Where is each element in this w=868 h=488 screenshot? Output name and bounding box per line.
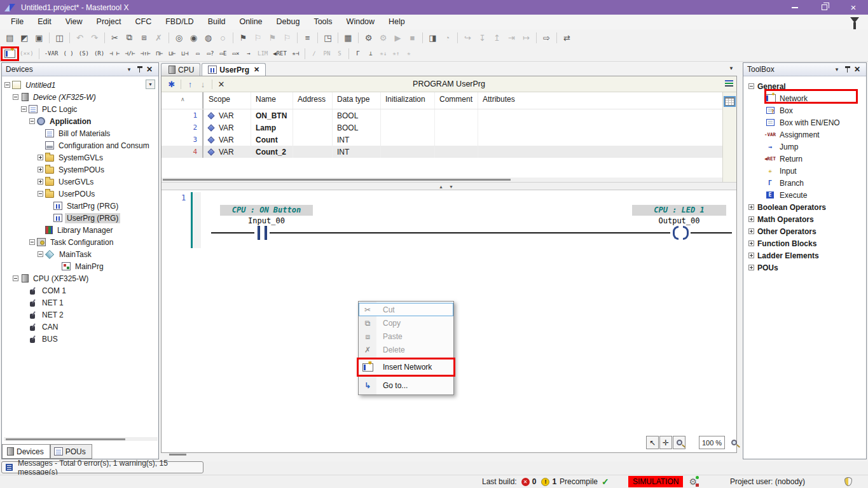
insert-comment-icon[interactable]: (××) xyxy=(17,47,36,60)
toggle-network-comment-icon[interactable]: ✳ xyxy=(403,47,415,60)
expander-icon[interactable] xyxy=(13,94,18,100)
insert-jump-icon[interactable]: → xyxy=(242,47,255,60)
step-out-icon[interactable]: ↥ xyxy=(490,31,504,45)
tab-close-icon[interactable]: ✕ xyxy=(254,66,259,74)
contact-variable[interactable]: Input_00 xyxy=(220,216,313,225)
contact-device-label[interactable]: CPU : ON Button xyxy=(220,205,313,216)
menu-project[interactable]: Project xyxy=(90,15,128,29)
set-next-statement-icon[interactable]: ↦ xyxy=(519,31,534,45)
menu-fbdld[interactable]: FBD/LD xyxy=(158,15,200,29)
context-go-to[interactable]: ↳Go to... xyxy=(359,378,453,393)
print-icon[interactable]: ◫ xyxy=(52,31,67,45)
splitter[interactable]: ▲▼ xyxy=(162,182,736,190)
col-datatype[interactable]: Data type xyxy=(332,92,380,109)
insert-box-icon[interactable]: ▭ xyxy=(191,47,204,60)
tab-pous[interactable]: POUs xyxy=(50,444,92,459)
expander-icon[interactable] xyxy=(748,241,754,246)
tree-item-bill-of-materials[interactable]: Bill of Materials xyxy=(2,127,158,139)
toolbox-item-box[interactable]: Box xyxy=(743,104,866,116)
menu-online[interactable]: Online xyxy=(232,15,269,29)
menu-tools[interactable]: Tools xyxy=(307,15,339,29)
expander-icon[interactable] xyxy=(38,155,43,160)
toolbox-group-math-operators[interactable]: Math Operators xyxy=(743,213,866,225)
tree-item-userprg[interactable]: UserPrg (PRG) xyxy=(2,212,158,224)
sort-order-icon[interactable] xyxy=(725,80,733,88)
toolbox-item-network[interactable]: Network xyxy=(743,92,866,104)
col-name[interactable]: Name xyxy=(251,92,293,109)
expander-icon[interactable] xyxy=(13,275,18,281)
context-delete[interactable]: ✗Delete xyxy=(359,343,453,356)
delete-icon[interactable]: ✗ xyxy=(151,31,166,45)
expander-icon[interactable] xyxy=(748,228,754,234)
col-scope[interactable]: Scope xyxy=(203,92,251,109)
toolbox-item-branch[interactable]: ΓBranch xyxy=(743,177,866,189)
messages-tab[interactable]: Messages - Total 0 error(s), 1 warning(s… xyxy=(1,461,203,473)
insert-box-en-eno-icon[interactable]: ▭E xyxy=(217,47,230,60)
expander-icon[interactable] xyxy=(29,239,35,245)
variable-row[interactable]: 2 VAR Lamp BOOL xyxy=(162,122,722,134)
tree-item-configuration[interactable]: Configuration and Consum xyxy=(2,139,158,151)
expander-icon[interactable] xyxy=(38,167,43,172)
new-object-icon[interactable]: ◳ xyxy=(320,31,335,45)
expander-icon[interactable] xyxy=(38,251,43,257)
insert-contact-right-icon[interactable]: ⊓⊢ xyxy=(153,47,166,60)
toolbox-item-box-en-eno[interactable]: Box with EN/ENO xyxy=(743,116,866,129)
tree-item-userpous[interactable]: UserPOUs xyxy=(2,188,158,200)
panel-close-icon[interactable]: ✕ xyxy=(852,65,862,74)
insert-network-icon[interactable] xyxy=(3,47,17,60)
insert-return-icon[interactable]: ◀RET xyxy=(270,47,289,60)
tree-item-startprg[interactable]: StartPrg (PRG) xyxy=(2,200,158,212)
close-button[interactable]: × xyxy=(839,0,868,15)
cut-icon[interactable]: ✂ xyxy=(107,31,122,45)
toolbox-group-other-operators[interactable]: Other Operators xyxy=(743,225,866,237)
insert-contact-icon[interactable]: ⊣ ⊢ xyxy=(107,47,122,60)
previous-bookmark-icon[interactable]: ⚐ xyxy=(251,31,265,45)
coil-symbol[interactable] xyxy=(670,226,691,240)
context-cut[interactable]: ✂Cut xyxy=(359,303,453,316)
tree-item-com1[interactable]: COM 1 xyxy=(2,284,158,296)
tree-item-untitled1[interactable]: Untitled1 xyxy=(2,79,158,91)
insert-parallel-contact-icon[interactable]: ⊔⊢ xyxy=(166,47,179,60)
variable-row[interactable]: 3 VAR Count INT xyxy=(162,134,722,146)
toolbox-item-execute[interactable]: EExecute xyxy=(743,189,866,201)
insert-set-coil-icon[interactable]: (S) xyxy=(76,47,92,60)
clear-bookmarks-icon[interactable]: ⚐ xyxy=(280,31,294,45)
minimize-button[interactable] xyxy=(780,0,809,15)
attach-device-icon[interactable]: ◨ xyxy=(425,31,440,45)
pin-icon[interactable] xyxy=(842,66,852,73)
tree-item-systemgvls[interactable]: SystemGVLs xyxy=(2,151,158,164)
devices-horizontal-scrollbar[interactable] xyxy=(4,437,158,441)
insert-execute-icon[interactable]: ▭× xyxy=(230,47,242,60)
tree-item-maintask[interactable]: MainTask xyxy=(2,248,158,260)
login-icon[interactable]: ⚙ xyxy=(361,31,376,45)
delete-variable-icon[interactable]: ✕ xyxy=(215,80,228,89)
stop-icon[interactable]: ■ xyxy=(405,31,420,45)
save-icon[interactable]: ▣ xyxy=(32,31,46,45)
menu-view[interactable]: View xyxy=(59,15,90,29)
toolbox-group-boolean-operators[interactable]: Boolean Operators xyxy=(743,201,866,213)
coil-device-label[interactable]: CPU : LED 1 xyxy=(632,205,726,216)
replace-in-project-icon[interactable]: ◌ xyxy=(216,31,230,45)
zoom-mode-button[interactable] xyxy=(673,436,685,449)
find-in-project-icon[interactable]: ◍ xyxy=(201,31,216,45)
editor-horizontal-scrollbar[interactable] xyxy=(169,454,186,456)
insert-rising-edge-contact-icon[interactable]: ⊣↑⊢ xyxy=(138,47,153,60)
expander-icon[interactable] xyxy=(29,118,35,124)
context-insert-network[interactable]: Insert Network xyxy=(359,359,453,375)
tree-item-library-manager[interactable]: Library Manager xyxy=(2,224,158,236)
tree-item-usergvls[interactable]: UserGVLs xyxy=(2,176,158,188)
expander-icon[interactable] xyxy=(748,253,754,258)
insert-reset-coil-icon[interactable]: (R) xyxy=(92,47,107,60)
menu-file[interactable]: File xyxy=(4,15,31,29)
toolbox-item-assignment[interactable]: -VARAssignment xyxy=(743,129,866,141)
add-variable-icon[interactable]: ✱ xyxy=(165,80,178,89)
go-to-source-icon[interactable]: ⇨ xyxy=(539,31,554,45)
tree-item-plc-logic[interactable]: PLC Logic xyxy=(2,103,158,115)
undo-icon[interactable]: ↶ xyxy=(72,31,87,45)
menu-window[interactable]: Window xyxy=(340,15,382,29)
panel-menu-icon[interactable]: ▾ xyxy=(124,66,134,73)
toggle-bookmark-icon[interactable]: ⚑ xyxy=(236,31,251,45)
col-address[interactable]: Address xyxy=(293,92,332,109)
watch-list-icon[interactable]: ≡ xyxy=(300,31,315,45)
menu-edit[interactable]: Edit xyxy=(31,15,59,29)
